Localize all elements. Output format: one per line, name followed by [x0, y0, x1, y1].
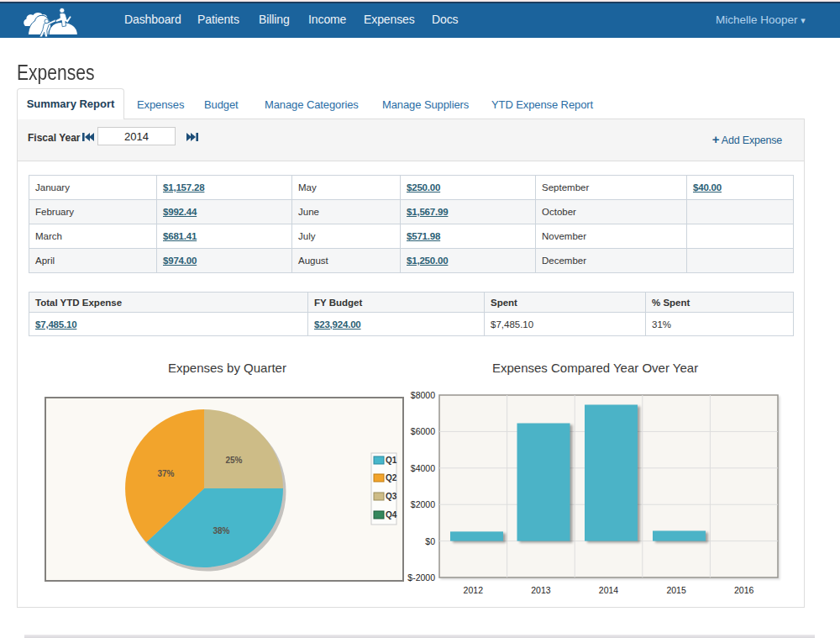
- svg-text:25%: 25%: [226, 456, 243, 465]
- svg-text:Q1: Q1: [386, 456, 397, 465]
- svg-text:$2000: $2000: [411, 499, 435, 509]
- svg-text:2012: 2012: [464, 585, 484, 595]
- svg-text:$6000: $6000: [411, 426, 435, 436]
- svg-text:38%: 38%: [213, 526, 230, 535]
- svg-text:Q2: Q2: [386, 473, 397, 482]
- svg-text:2014: 2014: [599, 585, 619, 595]
- svg-text:37%: 37%: [158, 469, 175, 478]
- svg-text:2016: 2016: [734, 585, 754, 595]
- svg-text:Q4: Q4: [386, 510, 397, 519]
- svg-text:$0: $0: [425, 536, 435, 546]
- svg-text:2013: 2013: [531, 585, 551, 595]
- svg-text:$8000: $8000: [411, 390, 435, 400]
- svg-text:$4000: $4000: [411, 463, 435, 473]
- svg-text:Q3: Q3: [386, 492, 397, 501]
- svg-text:2015: 2015: [666, 585, 686, 595]
- svg-text:$-2000: $-2000: [407, 572, 435, 583]
